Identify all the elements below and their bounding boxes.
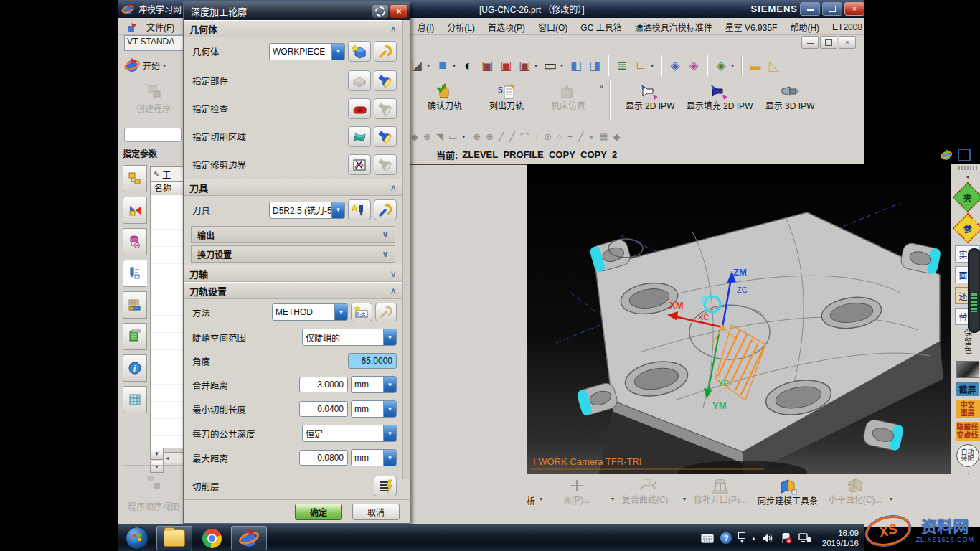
minimize-button[interactable]: [800, 2, 820, 16]
ok-button[interactable]: 确定: [295, 504, 342, 520]
menu-gc-toolbox[interactable]: GC 工具箱: [574, 19, 628, 34]
collapse-left-icon[interactable]: ◂: [966, 174, 969, 180]
keep-color-button[interactable]: 保留色: [962, 329, 974, 357]
specify-part-button[interactable]: [348, 70, 371, 91]
menu-mold-standard[interactable]: 潇洒模具汽模标准件: [628, 19, 719, 34]
csys-dropdown[interactable]: ▾: [651, 62, 656, 69]
check-geometry-button[interactable]: [348, 98, 371, 119]
method-combo[interactable]: METHOD ▼: [272, 303, 348, 321]
min-cut-length-field[interactable]: 0.0400: [299, 401, 348, 417]
clip-plane-a-icon[interactable]: ◧: [567, 57, 585, 74]
facet-body-button[interactable]: 小平面化(C)...: [821, 477, 890, 506]
program-order-nav-tab[interactable]: [123, 165, 147, 192]
dialog-scrollbar[interactable]: [402, 20, 410, 479]
section-solid-icon[interactable]: ▣: [497, 57, 514, 74]
snap-icon-5[interactable]: ⊕: [486, 131, 494, 142]
new-tool-button[interactable]: [348, 199, 371, 220]
patch-opening-button[interactable]: 修补开口(P)...: [686, 477, 755, 506]
snap-icon-1[interactable]: ⊕: [423, 131, 431, 142]
merge-unit-combo[interactable]: mm ▼: [351, 376, 397, 393]
clip-plane-b-icon[interactable]: ◨: [586, 57, 603, 74]
operation-nav-tab[interactable]: [123, 260, 147, 287]
cancel-button[interactable]: 取消: [352, 504, 400, 520]
taskbar-nx-button[interactable]: [231, 526, 267, 550]
angle-field[interactable]: 65.0000: [348, 353, 397, 369]
menu-et2008[interactable]: ET2008: [826, 21, 869, 34]
menu-file[interactable]: 文件(F): [140, 19, 181, 34]
select-check-flashlight-button[interactable]: [374, 98, 397, 119]
steep-range-combo[interactable]: 仅陡峭的 ▼: [302, 329, 397, 346]
thumbnail-button[interactable]: [956, 361, 979, 378]
menu-xingkong[interactable]: 星空 V6.935F: [719, 19, 784, 34]
sync-modeling-button[interactable]: 同步建模工具条: [755, 477, 821, 507]
dialog-titlebar[interactable]: 深度加工轮廓 ×: [184, 2, 410, 20]
clip-section-icon[interactable]: ◪: [408, 57, 425, 74]
verify-toolpath-button[interactable]: 确认刀轨: [414, 80, 476, 112]
show-3d-ipw-button[interactable]: 显示 3D IPW: [755, 80, 824, 112]
mdi-close-button[interactable]: ×: [839, 36, 856, 49]
nx-ball-icon[interactable]: [941, 149, 952, 161]
select-cut-area-flashlight-button[interactable]: [374, 126, 397, 147]
show-hidden-icons-button[interactable]: ▴: [752, 534, 755, 542]
taskbar-explorer-button[interactable]: [156, 526, 192, 550]
process-assistant-tab[interactable]: [123, 323, 147, 350]
menu-analysis[interactable]: 分析(L): [440, 19, 481, 34]
layers-tab[interactable]: [123, 386, 147, 413]
common-depth-combo[interactable]: 恒定 ▼: [302, 425, 397, 442]
action-center-flag-icon[interactable]: [781, 533, 792, 544]
max-distance-unit-combo[interactable]: mm ▼: [351, 449, 397, 466]
csys-icon[interactable]: ∟: [632, 57, 649, 74]
window-rect-icon[interactable]: ▭: [542, 57, 559, 74]
snap-icon-4[interactable]: ⊕: [473, 131, 481, 142]
output-subsection[interactable]: 输出 ∨: [191, 226, 395, 243]
chinese-layer-button[interactable]: 中文 图层: [956, 400, 980, 418]
show-2d-ipw-button[interactable]: 显示 2D IPW: [616, 80, 684, 112]
machine-tool-nav-tab[interactable]: [123, 197, 147, 224]
graphics-viewport[interactable]: ZM ZC XM XC YM YC I WORK Camera TFR-TRI: [527, 164, 951, 474]
snap-icon-13[interactable]: ╱: [578, 131, 584, 142]
sidebar-input[interactable]: [124, 128, 182, 142]
auto-assemble-button[interactable]: 自动 装配: [956, 444, 979, 467]
section-view-icon[interactable]: ▣: [479, 57, 496, 74]
menu-info[interactable]: 息(I): [411, 19, 440, 34]
measure-ruler-icon[interactable]: ▬: [747, 57, 764, 74]
toolbar-combo-vt[interactable]: VT STANDA: [124, 35, 187, 51]
snap-icon-11[interactable]: ○: [557, 131, 562, 142]
snap-icon-15[interactable]: ▦: [599, 131, 608, 142]
snap-icon-3[interactable]: ▭: [448, 131, 457, 142]
section-curve-icon[interactable]: ▣: [516, 57, 533, 74]
restore-button[interactable]: [822, 2, 842, 16]
edit-tool-button[interactable]: [374, 199, 397, 220]
min-cut-unit-combo[interactable]: mm ▼: [351, 400, 397, 418]
volume-tray-icon[interactable]: [762, 533, 774, 543]
measure-angle-icon[interactable]: ◺: [765, 57, 783, 74]
create-program-button[interactable]: 创建程序: [126, 80, 182, 123]
dialog-settings-button[interactable]: [372, 5, 388, 18]
toolbar-drag-handle[interactable]: [958, 166, 977, 170]
menu-help[interactable]: 帮助(H): [783, 19, 826, 34]
close-button[interactable]: ×: [844, 2, 864, 16]
shaded-dropdown[interactable]: ▾: [453, 62, 458, 69]
edit-method-button[interactable]: [375, 303, 397, 321]
tool-section-header[interactable]: 刀具 ∧: [184, 179, 402, 196]
network-tray-icon[interactable]: [798, 533, 811, 543]
composite-curve-button[interactable]: 复合曲线(C)...: [614, 477, 683, 506]
fit-view-icon[interactable]: [958, 149, 971, 161]
operation-list[interactable]: [150, 195, 184, 448]
palette-icon[interactable]: ◈: [685, 57, 702, 74]
menu-preferences[interactable]: 首选项(P): [481, 19, 532, 34]
window-rect-dropdown[interactable]: ▾: [560, 62, 566, 69]
analysis-partial-label[interactable]: 析: [527, 494, 535, 507]
cut-area-button[interactable]: [348, 126, 371, 147]
new-method-button[interactable]: [351, 303, 372, 321]
reference-diamond-button[interactable]: 参: [952, 213, 980, 243]
clip-section-dropdown[interactable]: ▾: [427, 62, 433, 69]
taskbar-chrome-button[interactable]: [194, 526, 230, 550]
merge-distance-field[interactable]: 3.0000: [299, 377, 348, 392]
select-trim-flashlight-button[interactable]: [374, 154, 397, 175]
snap-icon-10[interactable]: ⊙: [544, 131, 552, 142]
mdi-restore-button[interactable]: [820, 36, 837, 49]
snap-icon-8[interactable]: ⌒: [520, 130, 529, 143]
scroll-down-button[interactable]: ▼: [150, 448, 164, 460]
bottom-dropdown-3[interactable]: ▾: [890, 496, 892, 502]
